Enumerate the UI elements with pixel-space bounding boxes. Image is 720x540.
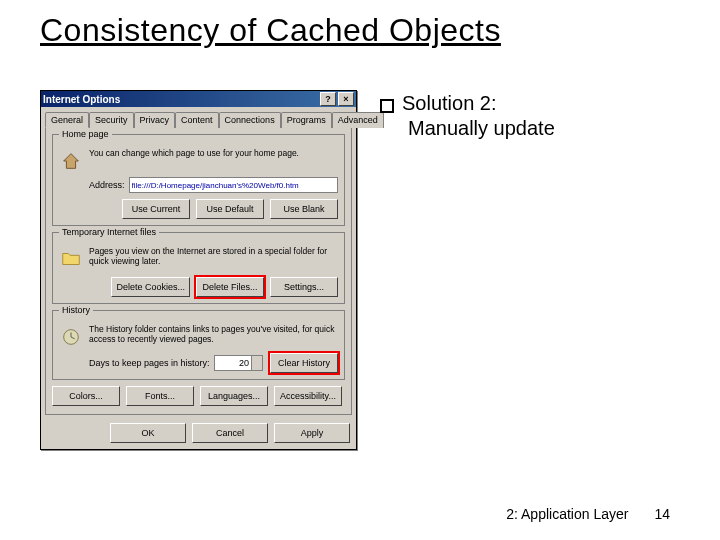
colors-button[interactable]: Colors... — [52, 386, 120, 406]
delete-cookies-button[interactable]: Delete Cookies... — [111, 277, 190, 297]
delete-files-button[interactable]: Delete Files... — [196, 277, 264, 297]
days-spinner[interactable]: 20 — [214, 355, 252, 371]
group-legend: Temporary Internet files — [59, 227, 159, 237]
group-history: History The History folder contains link… — [52, 310, 345, 380]
history-icon — [59, 325, 83, 349]
tab-privacy[interactable]: Privacy — [134, 112, 176, 128]
use-default-button[interactable]: Use Default — [196, 199, 264, 219]
footer-section: 2: Application Layer — [506, 506, 628, 522]
home-desc: You can change which page to use for you… — [89, 149, 338, 159]
accessibility-button[interactable]: Accessibility... — [274, 386, 342, 406]
group-legend: Home page — [59, 129, 112, 139]
slide-footer: 2: Application Layer 14 — [506, 506, 670, 522]
bullet-icon — [380, 99, 394, 113]
cancel-button[interactable]: Cancel — [192, 423, 268, 443]
settings-button[interactable]: Settings... — [270, 277, 338, 297]
group-legend: History — [59, 305, 93, 315]
bullet-head: Solution 2: — [402, 92, 497, 115]
apply-button[interactable]: Apply — [274, 423, 350, 443]
tab-content[interactable]: Content — [175, 112, 219, 128]
address-label: Address: — [89, 180, 125, 190]
tab-row: General Security Privacy Content Connect… — [41, 107, 356, 127]
tab-connections[interactable]: Connections — [219, 112, 281, 128]
group-temp-files: Temporary Internet files Pages you view … — [52, 232, 345, 304]
home-icon — [59, 149, 83, 173]
tab-general[interactable]: General — [45, 112, 89, 128]
clear-history-button[interactable]: Clear History — [270, 353, 338, 373]
svg-marker-0 — [64, 154, 79, 169]
tab-advanced[interactable]: Advanced — [332, 112, 384, 128]
bullet-block: Solution 2: Manually update — [380, 92, 680, 140]
ok-button[interactable]: OK — [110, 423, 186, 443]
fonts-button[interactable]: Fonts... — [126, 386, 194, 406]
address-input[interactable] — [129, 177, 338, 193]
footer-page: 14 — [654, 506, 670, 522]
general-panel: Home page You can change which page to u… — [45, 127, 352, 415]
languages-button[interactable]: Languages... — [200, 386, 268, 406]
use-blank-button[interactable]: Use Blank — [270, 199, 338, 219]
dialog-titlebar: Internet Options ? × — [41, 91, 356, 107]
internet-options-dialog: Internet Options ? × General Security Pr… — [40, 90, 357, 450]
close-button[interactable]: × — [338, 92, 354, 106]
temp-desc: Pages you view on the Internet are store… — [89, 247, 338, 267]
slide-title: Consistency of Cached Objects — [40, 12, 501, 49]
tab-programs[interactable]: Programs — [281, 112, 332, 128]
folder-icon — [59, 247, 83, 271]
bullet-sub: Manually update — [408, 117, 680, 140]
help-button[interactable]: ? — [320, 92, 336, 106]
days-label: Days to keep pages in history: — [89, 358, 210, 368]
history-desc: The History folder contains links to pag… — [89, 325, 338, 345]
dialog-title: Internet Options — [43, 94, 120, 105]
use-current-button[interactable]: Use Current — [122, 199, 190, 219]
group-home-page: Home page You can change which page to u… — [52, 134, 345, 226]
tab-security[interactable]: Security — [89, 112, 134, 128]
